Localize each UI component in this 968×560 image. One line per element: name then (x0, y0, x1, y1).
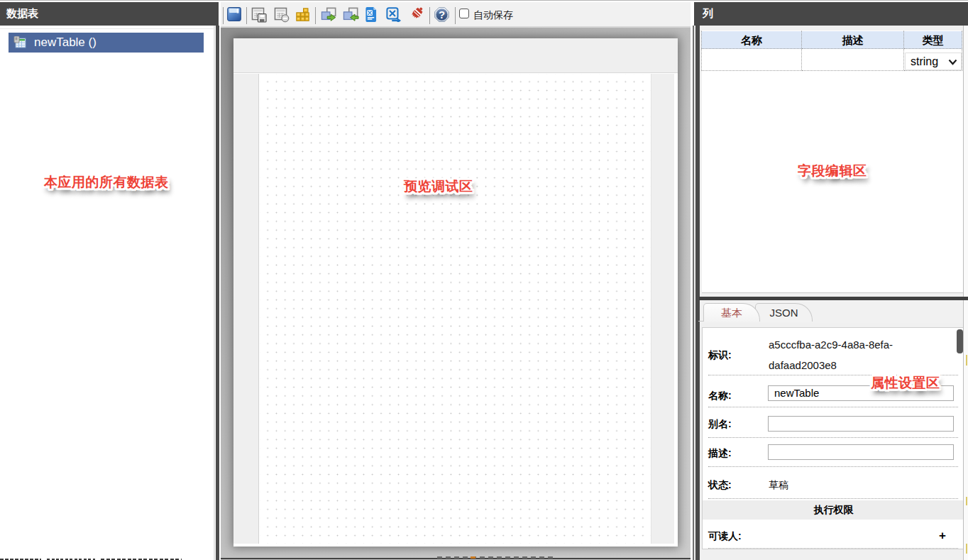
svg-text:?: ? (439, 9, 445, 21)
